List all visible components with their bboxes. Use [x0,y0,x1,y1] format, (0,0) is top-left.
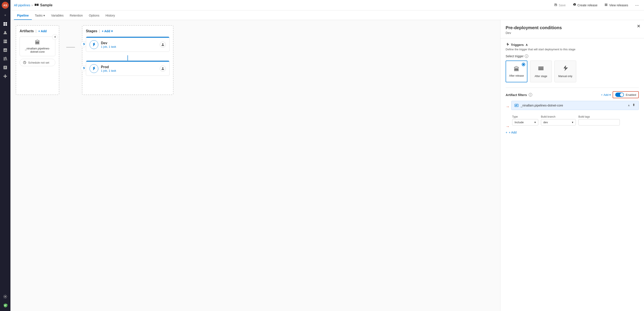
artifact-name: _ninallam.pipelines-dotnet-core [22,47,52,53]
svg-rect-3 [6,24,7,26]
artifact-filter-delete-button[interactable] [632,103,636,108]
build-tags-label: Build tags [578,115,620,118]
svg-rect-30 [538,69,544,70]
artifact-filter-name: _ninallam.pipelines-dotnet-core [521,104,626,107]
all-pipelines-link[interactable]: All pipelines [14,3,30,7]
avatar: AS [2,2,9,9]
prod-stage-card[interactable]: Prod 1 job, 1 task [86,60,170,76]
security-shield-icon[interactable] [1,302,9,309]
type-select[interactable]: Include ▾ [512,119,538,125]
artifacts-header: Artifacts | + Add [20,29,55,33]
add-filter-dropdown-icon: ▾ [609,93,611,96]
library-icon[interactable] [1,55,9,63]
svg-rect-32 [516,105,516,106]
after-release-radio [522,63,525,66]
svg-rect-1 [6,22,7,24]
manual-only-icon [562,65,568,73]
dev-stage-approver[interactable] [160,42,166,48]
settings-gear-icon[interactable] [1,293,9,301]
sidebar: AS + [0,0,10,311]
create-release-button[interactable]: Create release [571,2,599,8]
svg-rect-20 [37,4,38,6]
dev-stage-info: Dev 1 job, 1 task [101,41,116,48]
prod-stage-approver[interactable] [160,65,166,72]
reports-icon[interactable] [1,46,9,54]
dev-stage-card[interactable]: Dev 1 job, 1 task [86,36,170,52]
more-options-button[interactable]: ··· [633,2,640,8]
artifact-filter-row[interactable]: _ninallam.pipelines-dotnet-core ∧ [511,101,639,110]
extensions-icon[interactable] [1,72,9,80]
build-branch-field-group: Build branch dev ▾ [541,115,576,125]
after-release-trigger-option[interactable]: 🏛 After release [506,60,528,82]
save-icon [554,3,558,7]
tasks-dropdown-icon: ▾ [43,14,45,17]
test-plans-icon[interactable] [1,64,9,71]
manual-only-label: Manual only [558,75,572,78]
view-releases-button[interactable]: View releases [602,2,630,8]
build-branch-select[interactable]: dev ▾ [541,119,576,125]
artifact-filters-info-icon[interactable]: i [529,93,532,96]
infrastructure-icon[interactable] [1,37,9,45]
tab-retention[interactable]: Retention [67,11,86,20]
tab-options[interactable]: Options [86,11,102,20]
breadcrumb-separator: › [32,3,33,7]
artifact-card[interactable]: 🏛 _ninallam.pipelines-dotnet-core [20,36,55,56]
svg-rect-2 [4,24,5,26]
user-management-icon[interactable] [1,29,9,36]
build-tags-input[interactable] [578,119,620,125]
type-value: Include [514,121,524,124]
stages-header: Stages | + Add ▾ [86,29,170,33]
prod-stage-body: Prod 1 job, 1 task [86,62,169,76]
artifact-filter-add-button[interactable]: + Add ▾ [601,93,611,96]
filter-fields: Type Include ▾ Build branch dev ▾ [511,115,621,125]
tab-history[interactable]: History [102,11,118,20]
filter-fields-wrapper: → Type Include ▾ Build branch [506,115,639,129]
enabled-toggle[interactable] [615,93,624,97]
artifacts-container: Artifacts | + Add 🏛 _ninallam.pipelines-… [16,25,59,95]
manual-only-trigger-option[interactable]: Manual only [554,60,576,82]
dev-stage-name: Dev [101,41,116,45]
triggers-section-title: Triggers ∧ [506,43,639,47]
svg-rect-13 [4,57,4,60]
artifact-trigger-icon[interactable] [52,34,58,40]
tab-pipeline[interactable]: Pipeline [14,11,32,20]
stage-connector-line [128,55,128,60]
svg-point-4 [4,31,6,33]
svg-rect-17 [5,74,6,78]
svg-rect-22 [605,4,608,4]
after-stage-label: After stage [534,75,547,78]
svg-rect-0 [4,22,5,24]
triggers-desc: Define the trigger that will start deplo… [506,48,639,51]
breadcrumb[interactable]: All pipelines › [14,3,33,7]
dev-stage-wrapper: Dev 1 job, 1 task [86,36,170,52]
schedule-label: Schedule not set [28,61,49,64]
stages-add-button[interactable]: + Add ▾ [102,29,113,33]
after-stage-trigger-option[interactable]: After stage [530,60,552,82]
svg-point-8 [4,40,4,40]
tab-variables[interactable]: Variables [48,11,66,20]
schedule-card[interactable]: Schedule not set [20,59,55,66]
artifact-filter-arrow: → [506,104,510,109]
add-filter-row-button[interactable]: + + Add [506,129,639,136]
plus-icon[interactable]: + [1,11,9,19]
pipeline-title: Sample [34,2,52,8]
triggers-collapse-icon[interactable]: ∧ [526,43,528,47]
dev-stage-body: Dev 1 job, 1 task [86,38,169,52]
tab-tasks[interactable]: Tasks ▾ [32,11,48,20]
artifacts-add-button[interactable]: + Add [38,29,47,33]
pipeline-icon [34,2,39,8]
rocket-icon [573,3,576,7]
create-release-label: Create release [578,3,598,7]
after-release-icon: 🏛 [514,66,519,72]
section-divider [506,87,639,88]
pipelines-icon[interactable] [1,20,9,28]
panel-subtitle: Dev [506,31,639,35]
save-button[interactable]: Save [552,2,568,8]
filter-fields-arrow: → [506,124,510,129]
view-releases-label: View releases [609,3,628,7]
artifact-filter-expand-icon[interactable]: ∧ [628,104,630,107]
select-trigger-info-icon[interactable]: i [525,54,528,58]
add-filter-row-label: + Add [509,131,516,134]
close-button[interactable]: ✕ [637,23,640,29]
after-release-label: After release [509,74,524,77]
